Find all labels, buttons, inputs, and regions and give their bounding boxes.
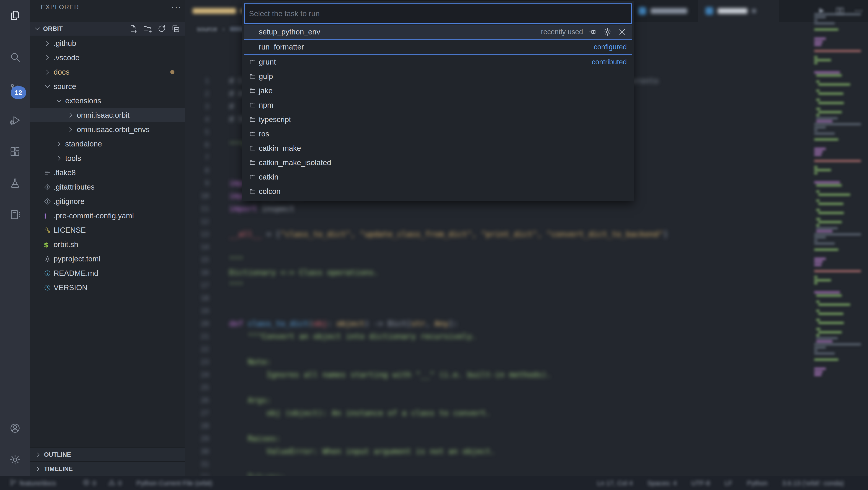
section-header-outline[interactable]: OUTLINE [30,447,185,462]
minimap-line [816,224,819,226]
close-icon[interactable] [752,9,756,13]
tree-item-label: tools [65,154,81,163]
minimap-line [818,102,844,104]
tree-item[interactable]: LICENSE [30,223,185,237]
indent-guide [78,93,78,172]
quick-pick-item[interactable]: npm [244,98,632,112]
tree-item[interactable]: pyproject.toml [30,252,185,266]
code-text: Ignores all names starting with "__" (i.… [209,368,551,381]
minimap-line [814,166,817,168]
group-label: recently used [541,28,583,36]
minimap-line [816,310,819,312]
line-number: 2 [185,87,209,100]
tree-item[interactable]: docs [30,65,185,79]
minimap-line [818,322,844,324]
quick-pick-item[interactable]: grunt contributed [244,55,632,69]
sidebar-item-extensions[interactable] [0,138,30,165]
chevron-right-icon [55,154,63,162]
status-item[interactable]: feature/docs [9,479,56,488]
tree-item[interactable]: source [30,79,185,93]
tree-item[interactable]: .flake8 [30,165,185,180]
pin-icon[interactable] [588,27,597,36]
tree-item[interactable]: $orbit.sh [30,237,185,252]
views-more-actions-icon[interactable]: ··· [171,2,182,12]
code-text [209,458,229,470]
minimap-line [814,368,826,370]
minimap-line [814,279,831,281]
minimap-line [816,301,819,303]
collapse-all-icon[interactable] [171,24,180,33]
status-item[interactable]: Ln 17, Col 4 [594,480,633,487]
manage-button[interactable] [0,446,30,473]
tree-item-label: .flake8 [54,168,76,177]
code-line: 29 Raises: [185,432,810,445]
tree-item[interactable]: omni.isaac.orbit_envs [30,122,185,137]
quick-pick-item[interactable]: catkin_make [244,141,632,155]
tree-item[interactable]: tools [30,151,185,165]
new-file-icon[interactable] [129,24,138,33]
tree-item[interactable]: !.pre-commit-config.yaml [30,208,185,223]
new-folder-icon[interactable] [143,24,152,33]
tree-item[interactable]: omni.isaac.orbit [30,108,185,122]
sidebar-item-source-control[interactable]: 12 [0,75,30,102]
section-header-timeline[interactable]: TIMELINE [30,461,185,476]
tree-item[interactable]: extensions [30,93,185,108]
quick-pick-item[interactable]: run_formatter configured [244,40,632,54]
quick-pick-input[interactable]: Select the task to run [244,3,632,24]
quick-pick-item[interactable]: catkin [244,170,632,184]
minimap-line [816,319,820,321]
tree-item[interactable]: README.md [30,266,185,280]
quick-pick-item[interactable]: gulp [244,69,632,84]
task-label: jake [259,86,273,95]
task-label: ros [259,129,269,138]
line-number: 21 [185,330,209,343]
line-number: 22 [185,343,209,355]
code-line: 32 Returns: [185,470,810,476]
status-item[interactable]: Python [744,480,768,487]
status-item[interactable]: Python Current File (orbit) [134,480,213,487]
status-item[interactable]: LF [722,480,732,487]
minimap-line [814,169,831,171]
minimap[interactable] [814,13,864,476]
tree-item[interactable]: .gitignore [30,194,185,208]
tree-item[interactable]: .gitattributes [30,180,185,194]
info-icon [44,270,51,277]
line-number: 26 [185,394,209,406]
close-icon[interactable] [618,27,627,36]
quick-pick-item[interactable]: typescript [244,112,632,126]
minimap-line [816,114,819,116]
git-file-icon [44,183,51,191]
sidebar-item-notebooks[interactable] [0,201,30,228]
line-number: 13 [185,228,209,240]
line-number: 25 [185,381,209,394]
gear-icon[interactable] [603,27,612,36]
tree-item-label: .gitignore [54,197,85,206]
minimap-line [816,81,819,83]
status-item[interactable]: UTF-8 [688,480,710,487]
quick-pick-item[interactable]: colcon [244,184,632,199]
status-item[interactable]: 0 [108,479,122,488]
quick-pick-item[interactable]: setup_python_env recently used [244,25,632,39]
account-button[interactable] [0,415,30,442]
chevron-right-icon [67,126,74,134]
tree-item[interactable]: standalone [30,137,185,151]
sidebar-item-testing[interactable] [0,170,30,197]
status-item[interactable]: Spaces: 4 [645,480,677,487]
code-text: Args: [209,394,271,406]
tree-item[interactable]: VERSION [30,280,185,295]
quick-pick-item[interactable]: catkin_make_isolated [244,155,632,170]
status-item[interactable]: 0 [83,479,96,488]
sidebar-item-run-debug[interactable] [0,107,30,134]
section-header-orbit[interactable]: ORBIT [30,22,185,36]
breadcrumb-item[interactable]: source [197,25,217,33]
tree-item[interactable]: .github [30,36,185,50]
quick-pick-item[interactable]: jake [244,84,632,98]
sidebar-item-explorer[interactable] [0,2,30,29]
quick-pick-widget: Select the task to run setup_python_env … [242,1,633,201]
tree-item[interactable]: .vscode [30,50,185,65]
sidebar-item-search[interactable] [0,44,30,71]
quick-pick-item[interactable]: ros [244,126,632,141]
status-item[interactable]: 3.6.13 ('orbit': conda) [779,480,844,487]
tab-dict-py[interactable] [698,0,779,22]
refresh-icon[interactable] [157,24,166,33]
